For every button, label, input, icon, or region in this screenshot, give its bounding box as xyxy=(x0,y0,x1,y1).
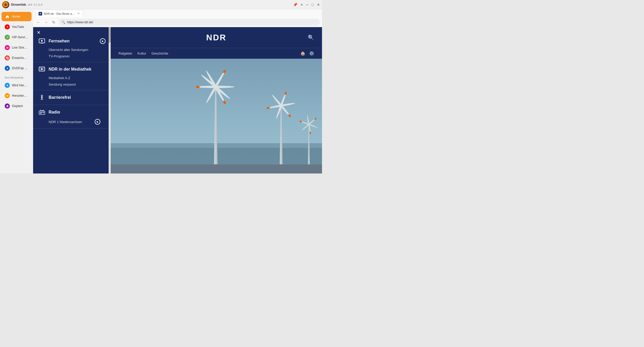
titlebar: Streamfab x64 6.1.6.8 📌 ≡ ─ □ ✕ xyxy=(0,0,322,9)
ndr-nav-weather-icon[interactable]: 🏠 xyxy=(300,51,305,56)
ndr1-niedersachsen-row[interactable]: NDR 1 Niedersachsen ▶ xyxy=(49,119,106,125)
ndr-menu-section-fernsehen: Fernsehen ▶ Übersicht aller Sendungen TV… xyxy=(33,27,111,62)
youtube-icon xyxy=(5,24,10,29)
scrollbar-thumb[interactable] xyxy=(109,27,111,43)
tab-bar: N NDR.de - Das Beste am No ✕ xyxy=(33,9,322,18)
back-button[interactable]: ← xyxy=(35,19,41,25)
sidebar-item-home[interactable]: Home xyxy=(2,12,32,21)
app-name: Streamfab xyxy=(11,3,26,6)
ndr-site-nav: Ratgeber Kultur Geschichte 🏠 ⚙️ xyxy=(111,48,322,59)
pin-icon[interactable]: 📌 xyxy=(293,3,297,7)
fernsehen-play-button[interactable]: ▶ xyxy=(100,38,106,44)
sidebar-item-dvdfab[interactable]: DVDFab Produkte xyxy=(2,64,32,73)
planned-icon xyxy=(5,103,10,109)
ndr-nav-ratgeber[interactable]: Ratgeber xyxy=(118,51,132,55)
library-section-label: Ihre Mediathek xyxy=(0,73,33,80)
sidebar-adult-label: Erwachsenen-Serv... xyxy=(12,56,28,60)
ndr-nav-icons: 🏠 ⚙️ xyxy=(300,51,314,56)
menu-icon[interactable]: ≡ xyxy=(301,3,303,7)
window-controls: 📌 ≡ ─ □ ✕ xyxy=(293,3,320,7)
svg-text:🔑: 🔑 xyxy=(6,36,9,39)
sidebar-item-adult[interactable]: Erwachsenen-Serv... xyxy=(2,53,32,63)
mediathek-az-link[interactable]: Mediathek A-Z xyxy=(49,76,106,80)
mediathek-icon xyxy=(38,66,46,73)
barrierefrei-icon xyxy=(38,94,46,101)
barrierefrei-label: Barrierefrei xyxy=(49,95,71,100)
tab-title: NDR.de - Das Beste am No xyxy=(44,12,75,15)
tab-favicon: N xyxy=(39,12,42,16)
ndr-site-logo: NDR xyxy=(206,33,226,42)
ndr-menu-fernsehen[interactable]: Fernsehen ▶ xyxy=(38,37,106,45)
sendung-verpasst-link[interactable]: Sendung verpasst xyxy=(49,82,106,86)
ndr-menu-barrierefrei[interactable]: Barrierefrei xyxy=(38,94,106,101)
close-button[interactable]: ✕ xyxy=(317,3,320,7)
address-bar[interactable]: 🔍 https://www.ndr.de/ xyxy=(58,19,320,26)
svg-line-38 xyxy=(42,98,43,100)
ndr-menu-section-mediathek: NDR in der Mediathek Mediathek A-Z Sendu… xyxy=(33,62,111,90)
sidebar-item-downloaded[interactable]: Heruntergeladen xyxy=(2,91,32,100)
sidebar-home-label: Home xyxy=(12,15,20,18)
sidebar-planned-label: Geplant xyxy=(12,104,23,108)
sidebar-item-planned[interactable]: Geplant xyxy=(2,101,32,111)
sidebar-item-livestreaming[interactable]: Live Streaming xyxy=(2,43,32,52)
fernsehen-tv-icon xyxy=(38,37,46,45)
app-version-number: 6.1.6.8 xyxy=(34,3,42,6)
home-icon xyxy=(5,14,10,19)
dvdfab-icon xyxy=(5,66,10,71)
address-text: https://www.ndr.de/ xyxy=(67,20,93,24)
ndr-menu-mediathek[interactable]: NDR in der Mediathek xyxy=(38,66,106,73)
titlebar-app-info: Streamfab x64 6.1.6.8 xyxy=(2,1,42,8)
ndr-menu-section-radio: Radio NDR 1 Niedersachsen ▶ xyxy=(33,105,111,129)
sidebar-item-youtube[interactable]: YouTube xyxy=(2,22,32,32)
tv-programm-link[interactable]: TV-Programm xyxy=(49,54,106,58)
tab-close-icon[interactable]: ✕ xyxy=(77,12,80,15)
browser-tab[interactable]: N NDR.de - Das Beste am No ✕ xyxy=(35,10,83,17)
scrollbar-track[interactable] xyxy=(109,27,111,173)
radio-icon xyxy=(38,109,46,116)
svg-point-41 xyxy=(41,112,41,113)
sidebar-youtube-label: YouTube xyxy=(12,25,24,29)
ndr-nav-kultur[interactable]: Kultur xyxy=(137,51,146,55)
app-logo xyxy=(2,1,9,8)
downloading-icon xyxy=(5,83,10,88)
restore-button[interactable]: □ xyxy=(312,3,314,7)
ndr-site-header: NDR 🔍 xyxy=(111,27,322,48)
sidebar-item-downloading[interactable]: Wird Herunterge... xyxy=(2,81,32,90)
svg-point-18 xyxy=(7,68,8,69)
forward-button[interactable]: → xyxy=(43,19,49,25)
sidebar-downloading-label: Wird Herunterge... xyxy=(12,84,28,87)
sidebar-dvdfab-label: DVDFab Produkte xyxy=(12,66,28,70)
vip-icon: 🔑 xyxy=(5,35,10,40)
ndr-nav-settings-icon[interactable]: ⚙️ xyxy=(309,51,314,56)
radio-play-button[interactable]: ▶ xyxy=(95,119,100,125)
svg-rect-22 xyxy=(7,95,8,96)
downloaded-icon xyxy=(5,93,10,98)
search-icon: 🔍 xyxy=(62,20,65,24)
svg-point-54 xyxy=(197,86,234,88)
ndr-menu-close-button[interactable]: ✕ xyxy=(37,30,41,35)
ndr-menu-section-barrierefrei: Barrierefrei xyxy=(33,90,111,105)
radio-label: Radio xyxy=(49,110,60,115)
adult-icon xyxy=(5,55,10,61)
svg-point-4 xyxy=(5,4,5,4)
ndr-menu-radio[interactable]: Radio xyxy=(38,109,106,116)
sidebar-livestreaming-label: Live Streaming xyxy=(12,46,28,49)
ndr-nav-geschichte[interactable]: Geschichte xyxy=(151,51,168,55)
sidebar-item-vip[interactable]: 🔑 VIP-Services xyxy=(2,33,32,42)
main-layout: Home YouTube 🔑 VIP-Services xyxy=(0,9,322,173)
mediathek-sub-items: Mediathek A-Z Sendung verpasst xyxy=(38,76,106,86)
svg-point-55 xyxy=(196,86,200,88)
ndr1-niedersachsen-link[interactable]: NDR 1 Niedersachsen xyxy=(49,120,82,124)
uebersicht-link[interactable]: Übersicht aller Sendungen xyxy=(49,48,106,52)
browser-chrome: N NDR.de - Das Beste am No ✕ ← → ↻ 🔍 htt… xyxy=(33,9,322,27)
fernsehen-label: Fernsehen xyxy=(49,39,70,43)
fernsehen-sub-items: Übersicht aller Sendungen TV-Programm xyxy=(38,48,106,58)
minimize-button[interactable]: ─ xyxy=(306,3,309,7)
reload-button[interactable]: ↻ xyxy=(51,19,57,25)
browser-viewport: ✕ xyxy=(33,27,322,173)
ndr-nav-menu: ✕ xyxy=(33,27,111,173)
sidebar-vip-label: VIP-Services xyxy=(12,35,28,39)
ndr-website-content: NDR 🔍 Ratgeber Kultur Geschichte 🏠 ⚙️ xyxy=(111,27,322,173)
ndr-search-icon[interactable]: 🔍 xyxy=(308,34,314,41)
sidebar-downloaded-label: Heruntergeladen xyxy=(12,94,28,97)
